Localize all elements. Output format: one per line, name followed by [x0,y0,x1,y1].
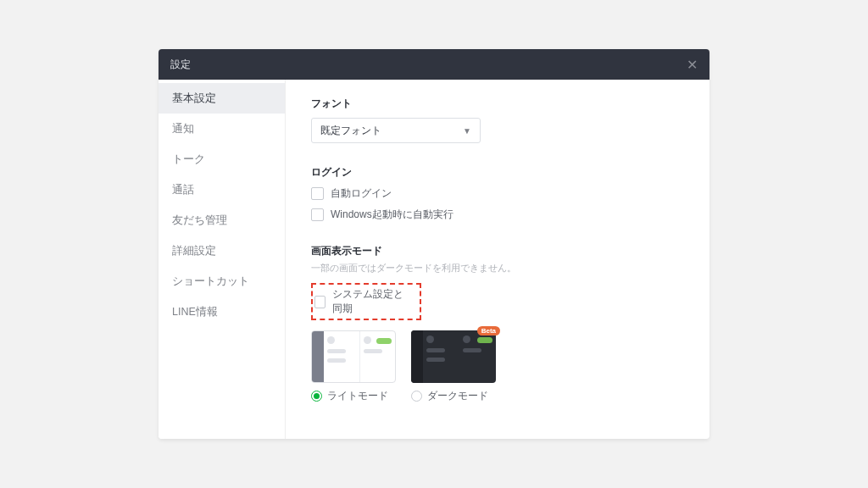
sidebar-item-lineinfo[interactable]: LINE情報 [159,297,285,327]
sidebar-item-call[interactable]: 通話 [159,175,285,205]
auto-login-row[interactable]: 自動ログイン [311,186,684,201]
close-icon[interactable]: ✕ [687,57,698,73]
theme-light[interactable]: ライトモード [311,330,396,402]
beta-badge: Beta [477,326,500,336]
display-section-subtitle: 一部の画面ではダークモードを利用できません。 [311,262,684,274]
startup-login-row[interactable]: Windows起動時に自動実行 [311,208,684,222]
theme-dark-label-row: ダークモード [411,390,488,402]
titlebar: 設定 ✕ [159,49,709,80]
section-login: ログイン 自動ログイン Windows起動時に自動実行 [311,165,684,222]
startup-login-label: Windows起動時に自動実行 [331,208,453,222]
sidebar-item-shortcut[interactable]: ショートカット [159,266,285,297]
theme-light-label-row: ライトモード [311,390,388,402]
sync-system-label: システム設定と同期 [332,287,413,316]
section-font: フォント 既定フォント ▼ [311,97,684,143]
font-select[interactable]: 既定フォント ▼ [311,118,481,143]
login-section-title: ログイン [311,165,684,180]
caret-down-icon: ▼ [463,126,471,136]
sidebar-item-friends[interactable]: 友だち管理 [159,205,285,236]
auto-login-label: 自動ログイン [331,186,392,201]
theme-light-label: ライトモード [327,390,388,402]
font-select-value: 既定フォント [320,124,381,138]
sync-system-row[interactable]: システム設定と同期 [314,287,413,316]
checkbox-icon [311,208,324,221]
sidebar-item-talk[interactable]: トーク [159,144,285,175]
radio-icon [311,391,322,402]
sidebar-item-advanced[interactable]: 詳細設定 [159,236,285,266]
theme-dark[interactable]: Beta ダークモード [411,330,496,402]
theme-dark-label: ダークモード [427,390,488,402]
main-panel: フォント 既定フォント ▼ ログイン 自動ログイン Windows起動時に自動実… [286,80,709,439]
window-title: 設定 [170,58,191,72]
highlight-annotation: システム設定と同期 [311,283,421,320]
theme-dark-preview [411,330,496,383]
sidebar-item-basic[interactable]: 基本設定 [159,83,285,114]
display-section-title: 画面表示モード [311,244,684,258]
section-display: 画面表示モード 一部の画面ではダークモードを利用できません。 システム設定と同期 [311,244,684,402]
checkbox-icon [311,187,324,200]
theme-options: ライトモード Beta [311,330,684,402]
sidebar-item-notify[interactable]: 通知 [159,114,285,144]
theme-light-preview [311,330,396,383]
sidebar: 基本設定 通知 トーク 通話 友だち管理 詳細設定 ショートカット LINE情報 [159,80,286,439]
checkbox-icon [314,296,326,308]
radio-icon [411,391,422,402]
font-section-title: フォント [311,97,684,111]
settings-window: 設定 ✕ 基本設定 通知 トーク 通話 友だち管理 詳細設定 ショートカット L… [159,49,709,439]
window-body: 基本設定 通知 トーク 通話 友だち管理 詳細設定 ショートカット LINE情報… [159,80,709,439]
